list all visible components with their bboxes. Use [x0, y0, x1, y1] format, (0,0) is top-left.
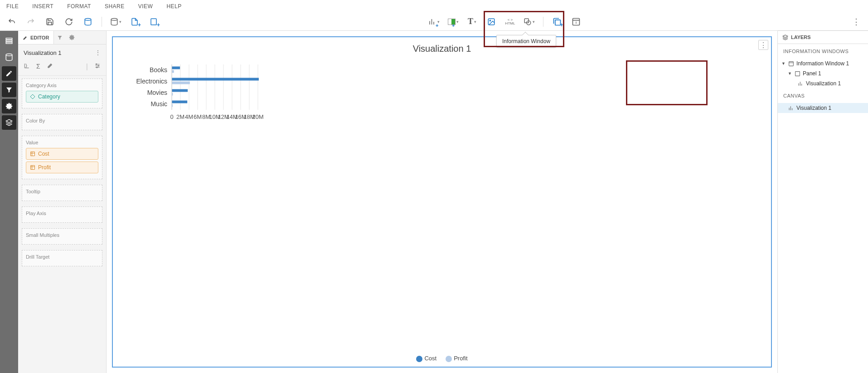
- svg-text:20M: 20M: [252, 113, 263, 120]
- svg-rect-44: [172, 67, 180, 69]
- filter-icon[interactable]: [2, 83, 16, 97]
- svg-text:Electronics: Electronics: [136, 78, 167, 85]
- left-iconbar: [0, 31, 18, 373]
- filter-panel-icon[interactable]: +▾: [448, 16, 459, 27]
- svg-point-16: [96, 64, 97, 64]
- svg-rect-56: [789, 61, 794, 66]
- legend-swatch-cost: [416, 356, 422, 362]
- undo-icon[interactable]: [6, 16, 17, 27]
- redo-icon[interactable]: [25, 16, 36, 27]
- tree-panel[interactable]: ▼ Panel 1: [778, 69, 868, 79]
- editor-mini-toolbar: Σ |: [18, 61, 106, 76]
- svg-point-9: [576, 23, 576, 23]
- svg-rect-2: [151, 19, 156, 25]
- chart-type-icon[interactable]: +▾: [429, 16, 440, 27]
- canvas: Visualization 1 ⋮ 02M4M6M8M10M12M14M16M1…: [107, 31, 777, 373]
- sliders-icon[interactable]: [94, 63, 101, 71]
- shape-icon[interactable]: ▾: [524, 16, 535, 27]
- menu-format[interactable]: FORMAT: [67, 3, 91, 10]
- svg-rect-19: [31, 152, 35, 156]
- svg-rect-53: [172, 101, 187, 103]
- editor-viz-menu-icon[interactable]: ⋮: [95, 49, 101, 56]
- dropzone-small-multiples[interactable]: Small Multiples: [22, 228, 102, 245]
- dropzone-color-by[interactable]: Color By: [22, 114, 102, 130]
- new-doc-icon[interactable]: +: [129, 16, 140, 27]
- svg-text:0: 0: [170, 113, 173, 120]
- settings-icon[interactable]: [2, 99, 16, 113]
- data-icon[interactable]: [82, 16, 93, 27]
- info-window-icon[interactable]: [571, 16, 582, 27]
- svg-point-18: [97, 67, 97, 68]
- text-icon[interactable]: T▾: [467, 16, 478, 27]
- menubar: FILE INSERT FORMAT SHARE VIEW HELP: [0, 0, 868, 13]
- tooltip-info-window: Information Window: [496, 35, 556, 48]
- pill-cost[interactable]: Cost: [26, 148, 98, 160]
- svg-rect-7: [555, 20, 560, 25]
- datasets-icon[interactable]: [2, 50, 16, 64]
- html-icon[interactable]: < >HTML: [505, 16, 516, 27]
- dropzone-tooltip[interactable]: Tooltip: [22, 185, 102, 201]
- svg-text:6M: 6M: [194, 113, 202, 120]
- menu-insert[interactable]: INSERT: [32, 3, 53, 10]
- tree-info-window[interactable]: ▼ Information Window 1: [778, 59, 868, 69]
- new-page-icon[interactable]: +: [148, 16, 159, 27]
- svg-rect-57: [795, 71, 800, 76]
- derived-metric-icon[interactable]: [24, 63, 30, 71]
- dropzone-drill-target[interactable]: Drill Target: [22, 250, 102, 266]
- contents-icon[interactable]: [2, 34, 16, 48]
- legend-swatch-profit: [446, 356, 452, 362]
- svg-rect-45: [172, 70, 174, 73]
- svg-point-13: [6, 54, 12, 56]
- svg-text:2M: 2M: [176, 113, 184, 120]
- svg-text:Movies: Movies: [147, 89, 167, 96]
- layers-section-canvas: CANVAS: [778, 88, 868, 103]
- svg-text:Music: Music: [150, 100, 167, 108]
- pill-category[interactable]: Category: [26, 91, 98, 103]
- svg-point-4: [490, 20, 490, 21]
- editor-icon[interactable]: [2, 66, 16, 81]
- editor-viz-name: Visualization 1: [24, 49, 62, 56]
- more-icon[interactable]: ⋮: [851, 16, 862, 27]
- eraser-icon[interactable]: [47, 63, 53, 71]
- layers-section-info-windows: INFORMATION WINDOWS: [778, 44, 868, 59]
- pill-profit[interactable]: Profit: [26, 162, 98, 173]
- tree-visualization[interactable]: Visualization 1: [778, 79, 868, 88]
- dropzone-category-axis[interactable]: Category Axis Category: [22, 79, 102, 108]
- svg-point-17: [98, 65, 99, 66]
- sigma-icon[interactable]: Σ: [36, 63, 40, 71]
- tree-canvas-visualization[interactable]: ▼ Visualization 1: [778, 103, 868, 113]
- menu-file[interactable]: FILE: [6, 3, 19, 10]
- svg-text:4M: 4M: [185, 113, 193, 120]
- chart-title: Visualization 1: [113, 37, 771, 58]
- svg-rect-11: [6, 40, 12, 42]
- image-icon[interactable]: [486, 16, 497, 27]
- layers-icon[interactable]: [2, 115, 16, 130]
- svg-point-0: [85, 18, 91, 20]
- menu-share[interactable]: SHARE: [105, 3, 125, 10]
- svg-rect-48: [172, 82, 190, 84]
- menu-view[interactable]: VIEW: [138, 3, 153, 10]
- svg-text:Books: Books: [150, 66, 167, 74]
- chart-legend: Cost Profit: [113, 355, 771, 362]
- toolbar: ▾ + + +▾ +▾ T▾ < >HTML ▾ + ⋮: [0, 13, 868, 31]
- menu-help[interactable]: HELP: [166, 3, 181, 10]
- panel-stack-icon[interactable]: +: [552, 16, 563, 27]
- svg-rect-20: [31, 166, 35, 170]
- dropzone-value[interactable]: Value Cost Profit: [22, 136, 102, 179]
- layers-panel: LAYERS INFORMATION WINDOWS ▼ Information…: [777, 31, 868, 373]
- chart-menu-icon[interactable]: ⋮: [758, 40, 768, 50]
- dataset-dropdown-icon[interactable]: ▾: [110, 16, 121, 27]
- bar-chart: 02M4M6M8M10M12M14M16M18M20MBooksElectron…: [131, 60, 267, 128]
- layers-tab[interactable]: LAYERS: [778, 30, 868, 44]
- refresh-icon[interactable]: [63, 16, 74, 27]
- chart-container[interactable]: Visualization 1 ⋮ 02M4M6M8M10M12M14M16M1…: [112, 36, 772, 368]
- editor-filter-tab-icon[interactable]: [54, 31, 66, 44]
- editor-tab[interactable]: EDITOR: [18, 31, 54, 44]
- svg-rect-47: [172, 78, 259, 81]
- editor-panel: EDITOR Visualization 1 ⋮ Σ | Category Ax…: [18, 31, 107, 373]
- save-icon[interactable]: [44, 16, 55, 27]
- svg-point-1: [111, 18, 117, 20]
- svg-rect-50: [172, 89, 188, 92]
- editor-settings-tab-icon[interactable]: [66, 31, 78, 44]
- dropzone-play-axis[interactable]: Play Axis: [22, 206, 102, 223]
